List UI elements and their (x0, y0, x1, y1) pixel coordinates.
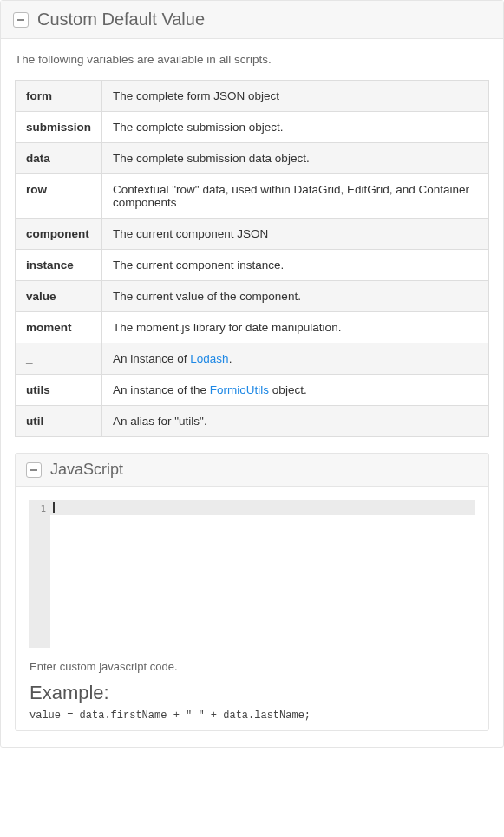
table-row: submissionThe complete submission object… (16, 112, 489, 143)
javascript-panel-header[interactable]: JavaScript (16, 454, 488, 487)
variable-description: An instance of the FormioUtils object. (102, 375, 489, 406)
table-row: formThe complete form JSON object (16, 81, 489, 112)
table-row: _An instance of Lodash. (16, 343, 489, 375)
custom-default-value-panel: Custom Default Value The following varia… (0, 0, 504, 748)
variable-name: form (16, 81, 102, 112)
javascript-panel: JavaScript 1 Enter custom javascript cod… (15, 453, 489, 731)
variable-name: _ (16, 343, 102, 375)
table-row: momentThe moment.js library for date man… (16, 312, 489, 343)
variable-name: value (16, 281, 102, 312)
intro-text: The following variables are available in… (15, 53, 489, 66)
help-text: Enter custom javascript code. (29, 660, 475, 673)
variable-name: instance (16, 250, 102, 281)
variable-description: The moment.js library for date manipulat… (102, 312, 489, 343)
variable-name: data (16, 143, 102, 174)
doc-link[interactable]: FormioUtils (210, 383, 269, 396)
editor-main[interactable] (50, 500, 475, 648)
variable-name: submission (16, 112, 102, 143)
code-editor-input[interactable] (50, 500, 475, 648)
table-row: dataThe complete submission data object. (16, 143, 489, 174)
table-row: valueThe current value of the component. (16, 281, 489, 312)
collapse-icon[interactable] (26, 462, 42, 478)
example-code: value = data.firstName + " " + data.last… (29, 709, 475, 722)
doc-link[interactable]: Lodash (190, 352, 228, 365)
panel-header[interactable]: Custom Default Value (1, 1, 503, 39)
variable-name: component (16, 219, 102, 250)
variable-name: util (16, 406, 102, 437)
javascript-panel-title: JavaScript (50, 461, 123, 479)
table-row: instanceThe current component instance. (16, 250, 489, 281)
variable-description: The complete submission object. (102, 112, 489, 143)
variable-description: An instance of Lodash. (102, 343, 489, 375)
variable-name: moment (16, 312, 102, 343)
line-number: 1 (29, 500, 50, 515)
panel-body: The following variables are available in… (1, 39, 503, 747)
variables-table: formThe complete form JSON objectsubmiss… (15, 80, 489, 437)
variable-description: The current value of the component. (102, 281, 489, 312)
javascript-panel-body: 1 Enter custom javascript code. Example:… (16, 487, 488, 730)
panel-title: Custom Default Value (37, 10, 205, 29)
variable-description: The complete submission data object. (102, 143, 489, 174)
variable-description: Contextual "row" data, used within DataG… (102, 174, 489, 219)
table-row: componentThe current component JSON (16, 219, 489, 250)
example-heading: Example: (29, 682, 475, 704)
variable-description: An alias for "utils". (102, 406, 489, 437)
editor-gutter: 1 (29, 500, 50, 648)
variable-description: The current component JSON (102, 219, 489, 250)
variable-description: The complete form JSON object (102, 81, 489, 112)
collapse-icon[interactable] (13, 12, 29, 28)
table-row: utilsAn instance of the FormioUtils obje… (16, 375, 489, 406)
table-row: rowContextual "row" data, used within Da… (16, 174, 489, 219)
variable-name: row (16, 174, 102, 219)
variable-name: utils (16, 375, 102, 406)
code-editor[interactable]: 1 (29, 500, 475, 648)
table-row: utilAn alias for "utils". (16, 406, 489, 437)
variable-description: The current component instance. (102, 250, 489, 281)
